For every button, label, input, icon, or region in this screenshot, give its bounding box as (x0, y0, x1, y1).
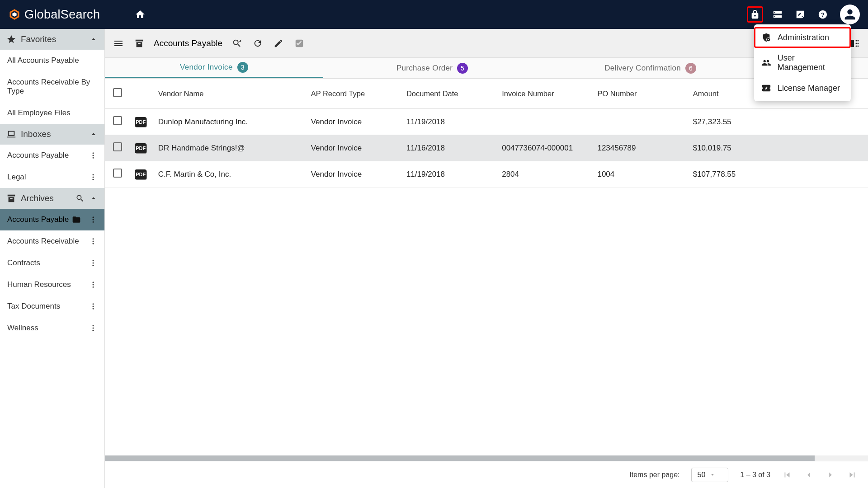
admin-menu-user-management[interactable]: User Management (754, 48, 851, 78)
sidebar-archive-item[interactable]: Tax Documents (0, 296, 104, 317)
svg-rect-32 (138, 43, 141, 44)
pdf-icon[interactable]: PDF (135, 143, 146, 153)
admin-lock-button[interactable] (747, 6, 763, 23)
toolbar-title: Accounts Payable (154, 38, 222, 48)
menu-button[interactable] (112, 37, 125, 50)
row-checkbox[interactable] (113, 116, 122, 125)
col-invoice-number[interactable]: Invoice Number (496, 79, 592, 109)
more-vert-icon[interactable] (89, 281, 97, 289)
col-ap-record-type[interactable]: AP Record Type (306, 79, 401, 109)
row-checkbox[interactable] (113, 142, 122, 151)
tab-delivery-confirmation[interactable]: Delivery Confirmation 6 (541, 58, 760, 78)
col-po-number[interactable]: PO Number (592, 79, 687, 109)
svg-point-22 (93, 265, 94, 266)
pdf-icon[interactable]: PDF (135, 169, 146, 179)
person-icon (842, 7, 858, 22)
pdf-icon[interactable]: PDF (135, 117, 146, 127)
archive-icon (6, 193, 16, 203)
sidebar-fav-item[interactable]: All Employee Files (0, 102, 104, 124)
sidebar-archive-item[interactable]: Wellness (0, 317, 104, 339)
prev-page-button[interactable] (804, 470, 814, 480)
horizontal-scrollbar[interactable] (105, 455, 868, 461)
svg-point-8 (93, 155, 94, 156)
sidebar-archive-item[interactable]: Accounts Receivable (0, 230, 104, 252)
lock-icon (750, 9, 760, 19)
sidebar-section-archives[interactable]: Archives (0, 188, 104, 209)
table-row[interactable]: PDFDR Handmade Strings!@Vendor Invoice11… (105, 135, 868, 161)
admin-menu-license-manager[interactable]: License Manager (754, 78, 851, 99)
more-vert-icon[interactable] (89, 259, 97, 267)
sidebar-archive-item-accounts-payable[interactable]: Accounts Payable (0, 209, 104, 230)
nav-storage-button[interactable] (769, 6, 786, 23)
more-vert-icon[interactable] (89, 216, 97, 224)
tab-vendor-invoice[interactable]: Vendor Invoice 3 (105, 58, 323, 78)
records-table: Vendor Name AP Record Type Document Date… (105, 79, 868, 188)
more-vert-icon[interactable] (89, 151, 97, 160)
sidebar-section-inboxes[interactable]: Inboxes (0, 124, 104, 145)
horizontal-scrollbar-thumb[interactable] (105, 455, 815, 461)
sidebar-item-label: Accounts Payable (7, 215, 69, 224)
sidebar-archive-item[interactable]: Human Resources (0, 274, 104, 296)
sidebar: Favorites All Accounts Payable Accounts … (0, 29, 105, 488)
user-avatar[interactable] (840, 5, 860, 24)
page-size-value: 50 (697, 471, 705, 479)
help-icon: ? (818, 9, 828, 19)
home-icon (135, 9, 146, 20)
svg-point-18 (93, 241, 94, 242)
tab-purchase-order[interactable]: Purchase Order 5 (323, 58, 542, 78)
logo-icon (8, 8, 21, 21)
home-button[interactable] (134, 8, 146, 21)
tab-label: Vendor Invoice (180, 63, 233, 72)
last-page-button[interactable] (847, 470, 857, 480)
search-refresh-button[interactable] (231, 37, 243, 50)
svg-point-7 (93, 152, 94, 154)
more-vert-icon[interactable] (89, 237, 97, 245)
bulk-check-button[interactable] (293, 37, 306, 50)
sidebar-fav-item[interactable]: All Accounts Payable (0, 50, 104, 71)
edit-button[interactable] (272, 37, 285, 50)
svg-point-12 (93, 179, 94, 180)
svg-point-35 (856, 40, 857, 41)
sidebar-inbox-item[interactable]: Accounts Payable (0, 145, 104, 166)
table-scroll-area[interactable]: Vendor Name AP Record Type Document Date… (105, 79, 868, 455)
archive-icon (133, 37, 146, 50)
cell-amount: $107,778.55 (688, 161, 868, 188)
more-vert-icon[interactable] (89, 173, 97, 181)
tab-label: Delivery Confirmation (604, 64, 681, 73)
more-vert-icon[interactable] (89, 302, 97, 310)
next-page-button[interactable] (826, 470, 835, 480)
admin-menu-administration[interactable]: Administration (754, 27, 851, 48)
cell-po: 123456789 (592, 135, 687, 161)
chevron-up-icon (89, 35, 98, 44)
nav-help-button[interactable]: ? (815, 6, 831, 23)
sidebar-inbox-item[interactable]: Legal (0, 166, 104, 188)
page-size-select[interactable]: 50 (691, 468, 728, 482)
col-document-date[interactable]: Document Date (401, 79, 496, 109)
items-per-page-label: Items per page: (629, 471, 679, 479)
cell-amount: $27,323.55 (688, 109, 868, 135)
svg-point-4 (768, 39, 769, 40)
svg-point-26 (93, 303, 94, 305)
col-vendor-name[interactable]: Vendor Name (153, 79, 306, 109)
admin-menu-label: License Manager (778, 84, 840, 93)
table-row[interactable]: PDFDunlop Manufacturing Inc.Vendor Invoi… (105, 109, 868, 135)
first-page-button[interactable] (782, 470, 792, 480)
sidebar-item-label: Legal (7, 173, 26, 182)
row-checkbox[interactable] (113, 169, 122, 178)
admin-menu: Administration User Management License M… (754, 24, 851, 101)
svg-point-11 (93, 177, 94, 178)
refresh-button[interactable] (251, 37, 264, 50)
table-row[interactable]: PDFC.F. Martin & Co, Inc.Vendor Invoice1… (105, 161, 868, 188)
cell-vendor: C.F. Martin & Co, Inc. (153, 161, 306, 188)
search-icon[interactable] (75, 194, 85, 203)
people-icon (761, 58, 771, 68)
svg-point-23 (93, 282, 94, 283)
more-vert-icon[interactable] (89, 324, 97, 332)
nav-edit-note-button[interactable] (792, 6, 808, 23)
ticket-icon (761, 83, 771, 93)
sidebar-section-favorites[interactable]: Favorites (0, 29, 104, 50)
svg-rect-34 (850, 40, 854, 47)
select-all-checkbox[interactable] (113, 88, 122, 97)
sidebar-archive-item[interactable]: Contracts (0, 252, 104, 274)
sidebar-fav-item[interactable]: Accounts Receivable By Type (0, 71, 104, 102)
